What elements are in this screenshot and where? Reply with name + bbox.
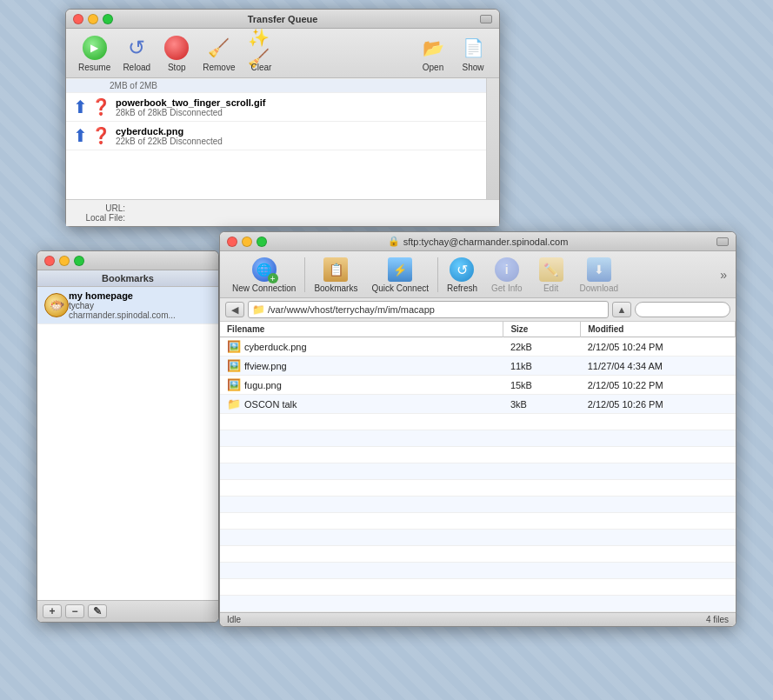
sftp-collapse-button[interactable] (716, 237, 729, 246)
add-bookmark-button[interactable]: + (43, 604, 62, 618)
table-row-empty (220, 596, 736, 612)
show-icon: 📄 (459, 34, 487, 62)
get-info-button[interactable]: i Get Info (484, 254, 530, 295)
file-modified-cell: 11/27/04 4:34 AM (581, 357, 736, 376)
table-row-empty (220, 430, 736, 447)
reload-label: Reload (123, 63, 150, 72)
toolbar-overflow-button[interactable]: » (716, 268, 730, 282)
resume-icon: ▶ (81, 34, 109, 62)
item-2-name: cyberduck.png (116, 126, 482, 137)
remove-icon: 🧹 (205, 34, 233, 62)
bm-maximize-button[interactable] (74, 256, 84, 266)
sftp-close-button[interactable] (227, 237, 237, 247)
edit-button[interactable]: ✏️ Edit (530, 254, 573, 295)
fugu-bookmark-icon: 🐡 (44, 293, 69, 317)
table-row-empty (220, 414, 736, 430)
file-modified-cell: 2/12/05 10:26 PM (581, 395, 736, 414)
quick-connect-button[interactable]: ⚡ Quick Connect (364, 254, 436, 295)
sftp-window: 🔒 sftp:tychay@charmander.spinodal.com 🌐 … (219, 231, 736, 627)
file-size-cell: 22kB (503, 337, 581, 357)
stop-button[interactable]: Stop (157, 32, 196, 74)
bookmarks-toolbar-button[interactable]: 📋 Bookmarks (307, 254, 364, 295)
file-size-cell: 15kB (503, 376, 581, 395)
file-table: Filename Size Modified 🖼️cyberduck.png 2… (220, 322, 736, 612)
up-button[interactable]: ▲ (612, 302, 631, 317)
minimize-button[interactable] (88, 14, 98, 24)
transfer-item[interactable]: 2MB of 2MB (66, 78, 499, 93)
download-button[interactable]: ⬇ Download (573, 254, 625, 295)
sftp-lock-icon: 🔒 (388, 236, 400, 247)
local-file-label: Local File: (73, 213, 125, 223)
refresh-button[interactable]: ↺ Refresh (440, 254, 484, 295)
table-row[interactable]: 🖼️cyberduck.png 22kB 2/12/05 10:24 PM (220, 337, 736, 357)
question-icon: ❓ (91, 97, 110, 117)
local-file-row: Local File: (73, 213, 492, 223)
refresh-icon: ↺ (448, 256, 476, 283)
bm-traffic-lights (44, 256, 84, 266)
clear-icon: ✨🧹 (248, 34, 276, 62)
open-label: Open (423, 63, 443, 72)
toolbar-separator-1 (304, 257, 305, 292)
table-row-empty (220, 513, 736, 530)
back-button[interactable]: ◀ (225, 302, 244, 317)
get-info-label: Get Info (491, 283, 523, 293)
sftp-toolbar: 🌐 New Connection 📋 Bookmarks ⚡ Quick Con… (220, 251, 736, 298)
bookmark-name: my homepage (69, 290, 176, 301)
get-info-icon: i (493, 256, 521, 283)
reload-button[interactable]: ↺ Reload (117, 32, 156, 74)
filename-header[interactable]: Filename (220, 322, 503, 337)
toolbar-separator-2 (437, 257, 438, 292)
show-button[interactable]: 📄 Show (454, 32, 492, 74)
file-modified-cell: 2/12/05 10:24 PM (581, 337, 736, 357)
table-row-empty (220, 463, 736, 480)
transfer-progress-text: 2MB of 2MB (110, 81, 157, 90)
item-1-status: 28kB of 28kB Disconnected (116, 108, 482, 117)
transfer-item-1[interactable]: ⬆ ❓ powerbook_two_finger_scroll.gif 28kB… (66, 93, 499, 122)
bookmark-item-1[interactable]: 🐡 my homepage tychay charmander.spinodal… (37, 287, 218, 324)
bm-close-button[interactable] (44, 256, 55, 266)
remove-bookmark-button[interactable]: − (65, 604, 84, 618)
file-name-cell: 🖼️fugu.png (220, 376, 503, 395)
resume-button[interactable]: ▶ Resume (73, 32, 116, 74)
maximize-button[interactable] (103, 14, 113, 24)
stop-icon (163, 34, 190, 62)
path-box[interactable]: 📁 /var/www/vhost/terrychay/m/im/macapp (248, 301, 609, 318)
modified-header[interactable]: Modified (581, 322, 736, 337)
window-title: Transfer Queue (248, 14, 318, 24)
table-row[interactable]: 🖼️fugu.png 15kB 2/12/05 10:22 PM (220, 376, 736, 395)
size-header[interactable]: Size (503, 322, 581, 337)
upload-arrow-icon: ⬆ (73, 97, 88, 117)
new-connection-button[interactable]: 🌐 New Connection (225, 254, 303, 295)
remove-label: Remove (203, 63, 235, 72)
sftp-addressbar: ◀ 📁 /var/www/vhost/terrychay/m/im/macapp… (220, 298, 736, 322)
search-input[interactable] (635, 302, 730, 317)
transfer-item-2[interactable]: ⬆ ❓ cyberduck.png 22kB of 22kB Disconnec… (66, 122, 499, 150)
bm-minimize-button[interactable] (59, 256, 70, 266)
scrollbar[interactable] (486, 78, 499, 199)
sftp-maximize-button[interactable] (257, 237, 267, 247)
collapse-button[interactable] (480, 15, 492, 23)
open-button[interactable]: 📂 Open (414, 32, 452, 74)
url-row: URL: (73, 203, 492, 213)
remove-button[interactable]: 🧹 Remove (197, 32, 240, 74)
reload-icon: ↺ (123, 34, 150, 62)
close-button[interactable] (73, 14, 83, 24)
edit-label: Edit (543, 283, 558, 293)
file-modified-cell: 2/12/05 10:22 PM (581, 376, 736, 395)
edit-bookmark-button[interactable]: ✎ (88, 604, 107, 618)
bookmarks-toolbar-label: Bookmarks (314, 283, 357, 293)
table-row[interactable]: 📁OSCON talk 3kB 2/12/05 10:26 PM (220, 395, 736, 414)
bookmark-host: charmander.spinodal.com... (69, 310, 176, 320)
transfer-queue-titlebar: Transfer Queue (66, 10, 499, 29)
file-count: 4 files (706, 615, 729, 624)
table-row[interactable]: 🖼️ffview.png 11kB 11/27/04 4:34 AM (220, 357, 736, 376)
file-name-cell: 🖼️cyberduck.png (220, 337, 503, 357)
sftp-minimize-button[interactable] (242, 237, 252, 247)
upload-arrow-icon-2: ⬆ (73, 125, 88, 146)
download-label: Download (580, 283, 618, 293)
new-connection-label: New Connection (232, 283, 296, 293)
bookmark-user: tychay (69, 301, 176, 310)
clear-button[interactable]: ✨🧹 Clear (243, 32, 281, 74)
table-row-empty (220, 563, 736, 579)
file-icon: 📁 (227, 397, 241, 410)
